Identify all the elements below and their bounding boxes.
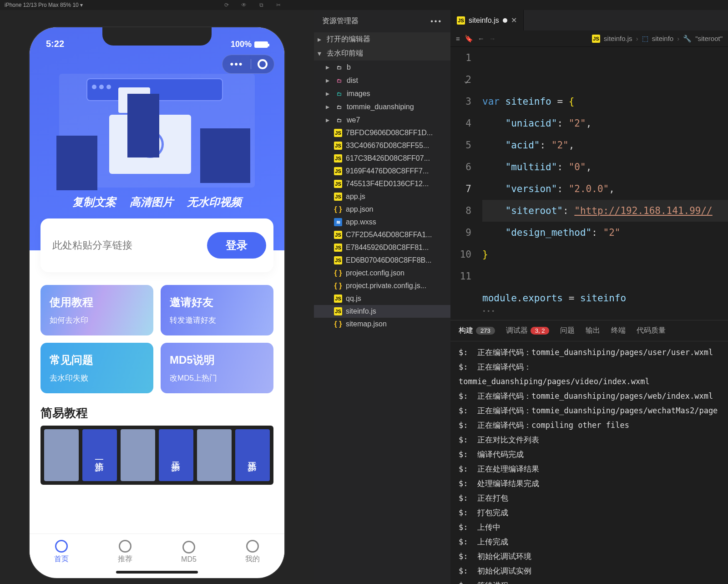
file-item[interactable]: JSapp.js — [314, 190, 450, 203]
file-item[interactable]: JSsiteinfo.js — [314, 305, 450, 318]
battery-text: 100% — [231, 40, 252, 49]
file-item[interactable]: { }project.config.json — [314, 267, 450, 279]
opened-editors[interactable]: ▸打开的编辑器 — [314, 32, 450, 46]
tab-quality[interactable]: 代码质量 — [637, 326, 666, 335]
js-icon: JS — [334, 154, 342, 163]
code-editor[interactable]: 1 2 3 4 5 6 7 8 9 10 11 ⌄ var siteinfo =… — [450, 47, 728, 320]
feature-text: 复制文案 — [72, 195, 116, 209]
back-icon[interactable]: ← — [478, 35, 485, 42]
tab-label: MD5 — [181, 555, 197, 564]
phone-frame: 5:22 100% ••• — [30, 27, 284, 578]
file-item[interactable]: JS617C3B426D08C8FF07... — [314, 152, 450, 165]
file-name: 7BFDC9606D08C8FF1D... — [346, 129, 433, 137]
cut-icon[interactable]: ✂ — [274, 0, 283, 10]
file-name: app.wxss — [346, 218, 376, 226]
tab-recommend[interactable]: 推荐 — [93, 534, 157, 570]
tab-problems[interactable]: 问题 — [560, 326, 575, 335]
tab-md5[interactable]: MD5 — [157, 534, 221, 570]
file-item[interactable]: { }project.private.config.js... — [314, 279, 450, 292]
editor-tabs: JS siteinfo.js ✕ — [450, 10, 728, 30]
refresh-icon — [182, 541, 195, 554]
compass-icon — [55, 540, 68, 553]
file-name: app.json — [346, 205, 374, 213]
tab-home[interactable]: 首页 — [30, 534, 93, 570]
file-item[interactable]: JSC7F2D5A46D08C8FFA1... — [314, 229, 450, 241]
breadcrumb[interactable]: siteinfo.js — [604, 35, 632, 42]
explorer-more-icon[interactable]: ••• — [430, 17, 442, 25]
panel-tabs: 构建273 调试器3, 2 问题 输出 终端 代码质量 — [450, 320, 728, 341]
tile-md5[interactable]: MD5说明 改MD5上热门 — [161, 343, 273, 393]
folder-item[interactable]: ▸🗀tommie_duanshiping — [314, 100, 450, 113]
file-item[interactable]: JS7BFDC9606D08C8FF1D... — [314, 127, 450, 139]
close-icon[interactable]: ✕ — [511, 16, 517, 25]
status-time: 5:22 — [46, 39, 64, 49]
file-name: app.js — [346, 193, 365, 201]
build-log[interactable]: 正在编译代码：tommie_duanshiping/pages/user/use… — [450, 341, 728, 584]
workspace-root[interactable]: ▾去水印前端 — [314, 46, 450, 61]
tile-sub: 改MD5上热门 — [170, 373, 264, 383]
js-icon: JS — [334, 256, 342, 264]
feature-text: 高清图片 — [130, 195, 173, 209]
editor-tab[interactable]: JS siteinfo.js ✕ — [450, 10, 524, 30]
log-line: 等待进程 — [459, 578, 720, 584]
file-item[interactable]: JS33C406676D08C8FF55... — [314, 139, 450, 152]
bookmark-icon[interactable]: 🔖 — [465, 35, 473, 43]
eye-icon[interactable]: 👁 — [239, 0, 248, 10]
file-item[interactable]: JSE78445926D08C8FF81... — [314, 241, 450, 254]
capsule-more-icon[interactable]: ••• — [222, 58, 251, 70]
home-indicator — [116, 571, 198, 574]
battery-icon — [254, 41, 268, 48]
login-button[interactable]: 登录 — [207, 232, 266, 259]
file-tree[interactable]: ▸打开的编辑器 ▾去水印前端 ▸🗀b ▸🗀dist ▸🗀images ▸🗀tom… — [314, 32, 450, 584]
code-lines[interactable]: ⌄ var siteinfo = { "uniacid": "2", "acid… — [478, 47, 728, 320]
top-toolbar: iPhone 12/13 Pro Max 85% 10 ▾ ⟳ 👁 ⧉ ✂ — [0, 0, 728, 10]
js-icon: JS — [334, 180, 342, 188]
file-item[interactable]: JSED6B07046D08C8FF8B... — [314, 254, 450, 267]
folder-item[interactable]: ▸🗀b — [314, 61, 450, 74]
tab-output[interactable]: 输出 — [586, 326, 600, 335]
log-line: 正在处理编译结果 — [459, 462, 720, 476]
file-item[interactable]: { }app.json — [314, 203, 450, 216]
align-icon[interactable]: ≡ — [456, 35, 460, 42]
folder-item[interactable]: ▸🗀dist — [314, 74, 450, 87]
js-icon: JS — [592, 35, 600, 43]
editor-toolbar: ≡ 🔖 ← → JS siteinfo.js › ⬚ siteinfo › 🔧 … — [450, 30, 728, 47]
section-title: 简易教程 — [30, 398, 284, 426]
capsule-close-icon[interactable] — [251, 59, 274, 69]
tile-invite[interactable]: 邀请好友 转发邀请好友 — [161, 285, 273, 335]
file-name: project.config.json — [346, 269, 404, 277]
js-icon: JS — [334, 142, 342, 150]
tile-faq[interactable]: 常见问题 去水印失败 — [40, 343, 153, 393]
folder-item[interactable]: ▸🗀we7 — [314, 113, 450, 127]
tab-build[interactable]: 构建273 — [459, 326, 495, 335]
copy-icon[interactable]: ⧉ — [257, 0, 266, 10]
tab-terminal[interactable]: 终端 — [611, 326, 626, 335]
folder-item[interactable]: ▸🗀images — [314, 87, 450, 100]
tile-tutorial[interactable]: 使用教程 如何去水印 — [40, 285, 153, 335]
tab-me[interactable]: 我的 — [221, 534, 284, 570]
file-item[interactable]: JS9169F4476D08C8FFF7... — [314, 165, 450, 178]
file-item[interactable]: ≋app.wxss — [314, 216, 450, 229]
search-input[interactable] — [48, 236, 201, 255]
breadcrumb[interactable]: siteinfo — [652, 35, 674, 42]
log-line: 打包完成 — [459, 505, 720, 520]
breadcrumb[interactable]: "siteroot" — [695, 35, 723, 42]
tab-debugger[interactable]: 调试器3, 2 — [506, 326, 550, 335]
file-item[interactable]: JSqq.js — [314, 292, 450, 305]
refresh-icon[interactable]: ⟳ — [222, 0, 231, 10]
json-icon: { } — [334, 205, 342, 213]
file-item[interactable]: { }sitemap.json — [314, 318, 450, 330]
file-name: qq.js — [346, 295, 361, 303]
file-explorer: 资源管理器 ••• ▸打开的编辑器 ▾去水印前端 ▸🗀b ▸🗀dist ▸🗀im… — [314, 10, 450, 584]
log-line: 正在编译代码：tommie_duanshiping/pages/video/in… — [459, 360, 720, 389]
forward-icon[interactable]: → — [489, 35, 496, 42]
mini-program-capsule[interactable]: ••• — [222, 55, 274, 74]
tile-title: 邀请好友 — [170, 295, 264, 310]
modified-dot-icon — [503, 18, 507, 23]
file-name: 745513F4ED0136CF12... — [346, 180, 429, 188]
device-selector[interactable]: iPhone 12/13 Pro Max 85% 10 ▾ — [5, 2, 83, 8]
hero-illustration — [59, 74, 255, 188]
file-item[interactable]: JS745513F4ED0136CF12... — [314, 178, 450, 190]
log-line: 上传完成 — [459, 534, 720, 549]
steps-strip[interactable]: 第一步 第二步 第三步 — [40, 426, 273, 485]
